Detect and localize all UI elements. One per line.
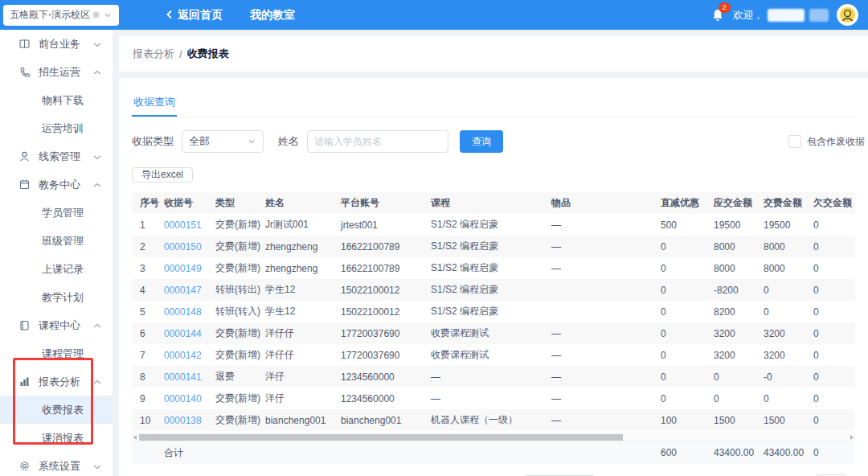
table-cell: —: [548, 366, 657, 388]
table-cell: 0: [810, 344, 855, 366]
table-cell: 洋仔仔: [262, 344, 338, 366]
checkbox-icon: [788, 135, 801, 148]
table-cell: 7: [132, 344, 161, 366]
table-cell: 机器人课程（一级）: [428, 409, 548, 431]
sidebar-item-label: 招生运营: [39, 65, 80, 80]
tab-receipt-query[interactable]: 收据查询: [132, 89, 177, 117]
column-header: 平台账号: [338, 192, 428, 214]
receipt-number-link[interactable]: 0000140: [161, 388, 212, 409]
total-cell: [428, 441, 548, 464]
sidebar-group-1[interactable]: 招生运营: [0, 58, 113, 86]
sidebar-item-label: 教务中心: [39, 178, 80, 192]
student-name-input[interactable]: [307, 130, 448, 153]
sidebar-group-15[interactable]: 系统设置: [0, 452, 113, 476]
receipt-number-link[interactable]: 0000151: [161, 214, 212, 236]
table-cell: 交费(新增): [212, 214, 262, 236]
column-header: 序号: [132, 192, 161, 214]
chart-icon: [18, 375, 31, 388]
calendar-icon: [18, 178, 31, 191]
avatar[interactable]: [837, 4, 858, 26]
table-cell: 0: [810, 301, 855, 322]
receipt-number-link[interactable]: 0000141: [161, 366, 212, 388]
total-label: 合计: [161, 441, 212, 464]
redacted-username: [768, 9, 805, 22]
sidebar-item-7[interactable]: 班级管理: [0, 227, 113, 255]
chevron-down-icon: [92, 39, 102, 51]
breadcrumb-current: 收费报表: [187, 47, 229, 61]
table-cell: 学生12: [262, 279, 338, 301]
receipt-number-link[interactable]: 0000150: [161, 236, 212, 257]
scroll-left-arrow-icon[interactable]: [133, 435, 137, 440]
sidebar-item-8[interactable]: 上课记录: [0, 255, 113, 283]
receipt-number-link[interactable]: 0000138: [161, 409, 212, 431]
table-cell: 交费(新增): [212, 344, 262, 366]
sidebar-group-10[interactable]: 课程中心: [0, 311, 113, 339]
table-cell: 洋仔仔: [262, 322, 338, 344]
table-cell: 0: [810, 236, 855, 257]
search-button[interactable]: 查询: [460, 130, 503, 153]
table-cell: 0: [810, 279, 855, 301]
table-cell: 0: [760, 279, 810, 301]
sidebar-group-0[interactable]: 前台业务: [0, 30, 113, 58]
receipt-number-link[interactable]: 0000144: [161, 322, 212, 344]
scroll-right-arrow-icon[interactable]: [850, 435, 854, 440]
include-void-checkbox[interactable]: 包含作废收据: [788, 135, 865, 149]
horizontal-scrollbar[interactable]: [132, 433, 855, 441]
sidebar-item-14[interactable]: 课消报表: [0, 424, 113, 452]
sidebar-group-5[interactable]: 教务中心: [0, 170, 113, 199]
table-cell: 3: [132, 257, 161, 279]
table-cell: 0: [810, 409, 855, 431]
table-cell: —: [548, 236, 657, 257]
table-cell: 16622100789: [338, 257, 428, 279]
tab-bar: 收据查询: [132, 84, 855, 117]
scrollbar-thumb[interactable]: [139, 434, 623, 441]
receipt-number-link[interactable]: 0000149: [161, 257, 212, 279]
chevron-down-icon: [247, 137, 256, 146]
table-cell: —: [548, 214, 657, 236]
table-cell: 1500: [710, 409, 760, 431]
table-cell: -0: [760, 366, 810, 388]
table-cell: 0: [810, 322, 855, 344]
table-cell: 0: [657, 388, 710, 409]
receipt-type-select[interactable]: 全部: [182, 130, 264, 153]
sidebar-group-12[interactable]: 报表分析: [0, 367, 113, 396]
table-cell: 0: [657, 344, 710, 366]
receipt-number-link[interactable]: 0000142: [161, 344, 212, 366]
receipt-number-link[interactable]: 0000147: [161, 279, 212, 301]
sidebar-item-6[interactable]: 学员管理: [0, 199, 113, 227]
column-header: 直减优惠: [657, 192, 710, 214]
receipt-type-value: 全部: [189, 134, 210, 149]
table-cell: jrtest001: [338, 214, 428, 236]
table-cell: S1/S2 编程启蒙: [428, 236, 548, 257]
sidebar-group-4[interactable]: 线索管理: [0, 142, 113, 170]
total-cell: 43400.00: [760, 441, 810, 464]
receipt-number-link[interactable]: 0000148: [161, 301, 212, 322]
sidebar-item-3[interactable]: 运营培训: [0, 114, 113, 142]
table-cell: 8000: [760, 236, 810, 257]
total-cell: [132, 441, 161, 464]
campus-select[interactable]: 五格殿下-演示校区: [3, 5, 119, 26]
sidebar-item-13[interactable]: 收费报表: [0, 396, 113, 424]
phone-icon: [18, 66, 31, 78]
table-cell: 15022100012: [338, 301, 428, 322]
my-classroom-link[interactable]: 我的教室: [250, 8, 295, 23]
receipts-table: 序号收据号类型姓名平台账号课程物品直减优惠应交金额交费金额欠交金额 100001…: [132, 192, 855, 431]
total-cell: [338, 441, 428, 464]
top-nav: 返回首页 我的教室: [166, 8, 295, 23]
sidebar-item-9[interactable]: 教学计划: [0, 283, 113, 311]
total-cell: [262, 441, 338, 464]
table-cell: 0: [760, 301, 810, 322]
back-home-link[interactable]: 返回首页: [166, 8, 223, 23]
sidebar-item-2[interactable]: 物料下载: [0, 86, 113, 114]
column-header: 类型: [212, 192, 262, 214]
table-row: 40000147转班(转出)学生1215022100012S1/S2 编程启蒙0…: [132, 279, 855, 301]
sidebar-item-11[interactable]: 课程管理: [0, 339, 113, 367]
storefront-icon: [18, 38, 31, 50]
sidebar-item-label: 学员管理: [42, 206, 84, 220]
table-cell: 0: [657, 279, 710, 301]
export-excel-button[interactable]: 导出excel: [132, 167, 193, 183]
table-cell: Jr测试001: [262, 214, 338, 236]
table-cell: -8200: [710, 279, 760, 301]
notification-bell-icon[interactable]: 2: [710, 7, 725, 23]
breadcrumb-parent[interactable]: 报表分析: [133, 47, 174, 61]
